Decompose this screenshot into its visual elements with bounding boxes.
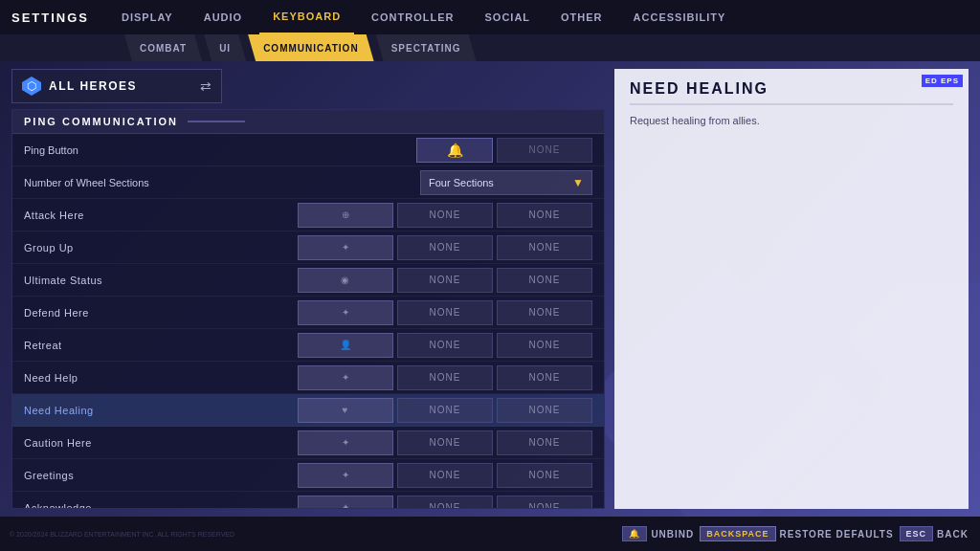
- caution-none-2: NONE: [529, 437, 561, 448]
- subtab-combat[interactable]: COMBAT: [124, 34, 202, 61]
- acknowledge-none-2: NONE: [529, 502, 561, 509]
- hero-name: ALL HEROES: [49, 79, 192, 93]
- ping-button-label: Ping Button: [24, 144, 412, 156]
- caution-here-tertiary[interactable]: NONE: [497, 430, 592, 455]
- attack-none-2: NONE: [529, 209, 561, 220]
- row-wheel-sections[interactable]: Number of Wheel Sections Four Sections ▼: [12, 166, 604, 199]
- ping-secondary-binding[interactable]: NONE: [497, 138, 592, 163]
- greetings-tertiary[interactable]: NONE: [497, 463, 592, 488]
- subtab-communication[interactable]: COMMUNICATION: [248, 34, 373, 61]
- retreat-tertiary[interactable]: NONE: [497, 333, 592, 358]
- need-help-tertiary[interactable]: NONE: [497, 365, 592, 390]
- ultimate-status-primary[interactable]: ◉: [298, 268, 393, 293]
- healing-none-1: NONE: [430, 405, 461, 415]
- wheel-sections-dropdown[interactable]: Four Sections ▼: [420, 170, 592, 195]
- wheel-sections-label: Number of Wheel Sections: [24, 177, 420, 188]
- greetings-none-1: NONE: [430, 470, 461, 480]
- row-defend-here[interactable]: Defend Here ✦ NONE NONE: [12, 297, 604, 329]
- tab-keyboard[interactable]: KEYBOARD: [259, 0, 354, 34]
- row-acknowledge[interactable]: Acknowledge ✦ NONE NONE: [12, 492, 604, 509]
- acknowledge-label: Acknowledge: [24, 502, 294, 510]
- defend-here-label: Defend Here: [24, 307, 294, 319]
- left-panel: ⬡ ALL HEROES ⇄ PING COMMUNICATION Ping B…: [11, 69, 605, 509]
- tab-display[interactable]: DISPLAY: [108, 0, 187, 34]
- healing-icon: ♥: [343, 405, 349, 415]
- unbind-action[interactable]: 🔔 UNBIND: [622, 526, 694, 541]
- subtab-ui[interactable]: UI: [204, 34, 246, 61]
- row-attack-here[interactable]: Attack Here ⊕ NONE NONE: [12, 199, 604, 231]
- row-group-up[interactable]: Group Up ✦ NONE NONE: [12, 231, 604, 264]
- caution-none-1: NONE: [430, 437, 461, 448]
- restore-key-badge: BACKSPACE: [700, 526, 775, 541]
- defend-none-2: NONE: [529, 307, 561, 318]
- hero-selector[interactable]: ⬡ ALL HEROES ⇄: [11, 69, 222, 103]
- need-healing-label: Need Healing: [24, 405, 294, 416]
- bell-icon: 🔔: [447, 143, 463, 158]
- crosshair-icon: ⊕: [342, 209, 350, 220]
- acknowledge-tertiary[interactable]: NONE: [497, 496, 592, 510]
- retreat-secondary[interactable]: NONE: [397, 333, 493, 358]
- attack-here-secondary[interactable]: NONE: [397, 203, 493, 228]
- bottom-bar: © 2020/2024 BLIZZARD ENTERTAINMENT INC. …: [0, 517, 980, 551]
- back-action[interactable]: ESC BACK: [900, 526, 969, 541]
- row-need-healing[interactable]: Need Healing ♥ NONE NONE: [12, 394, 604, 427]
- attack-here-tertiary[interactable]: NONE: [497, 203, 592, 228]
- swap-icon[interactable]: ⇄: [200, 78, 212, 94]
- attack-here-primary[interactable]: ⊕: [298, 203, 393, 228]
- acknowledge-none-1: NONE: [430, 502, 461, 509]
- section-header-label: PING COMMUNICATION: [24, 116, 178, 127]
- row-caution-here[interactable]: Caution Here ✦ NONE NONE: [12, 427, 604, 459]
- ping-none-label: NONE: [529, 144, 561, 155]
- tab-social[interactable]: SOCIAL: [471, 0, 544, 34]
- main-content: ⬡ ALL HEROES ⇄ PING COMMUNICATION Ping B…: [0, 61, 980, 517]
- speaker-icon: ◉: [341, 275, 350, 285]
- need-help-label: Need Help: [24, 372, 294, 384]
- greetings-icon: ✦: [342, 470, 350, 480]
- ultimate-none-1: NONE: [430, 275, 461, 285]
- restore-defaults-action[interactable]: BACKSPACE RESTORE DEFAULTS: [700, 526, 893, 541]
- row-retreat[interactable]: Retreat 👤 NONE NONE: [12, 329, 604, 362]
- row-need-help[interactable]: Need Help ✦ NONE NONE: [12, 362, 604, 394]
- group-up-label: Group Up: [24, 242, 294, 253]
- attack-here-label: Attack Here: [24, 209, 294, 221]
- group-up-tertiary[interactable]: NONE: [497, 235, 592, 260]
- acknowledge-secondary[interactable]: NONE: [397, 496, 493, 510]
- greetings-primary[interactable]: ✦: [298, 463, 393, 488]
- need-healing-primary[interactable]: ♥: [298, 398, 393, 423]
- group-up-secondary[interactable]: NONE: [397, 235, 493, 260]
- defend-here-primary[interactable]: ✦: [298, 300, 393, 325]
- caution-here-secondary[interactable]: NONE: [397, 430, 493, 455]
- row-ping-button[interactable]: Ping Button 🔔 NONE: [12, 134, 604, 166]
- help-none-2: NONE: [529, 372, 561, 383]
- tab-accessibility[interactable]: ACCESSIBILITY: [620, 0, 740, 34]
- caution-here-primary[interactable]: ✦: [298, 430, 393, 455]
- ultimate-status-tertiary[interactable]: NONE: [497, 268, 592, 293]
- tab-other[interactable]: OTHER: [547, 0, 616, 34]
- settings-table: PING COMMUNICATION Ping Button 🔔 NONE Nu…: [11, 109, 605, 509]
- retreat-none-1: NONE: [430, 340, 461, 350]
- ultimate-status-secondary[interactable]: NONE: [397, 268, 493, 293]
- need-healing-secondary[interactable]: NONE: [397, 398, 493, 423]
- greetings-secondary[interactable]: NONE: [397, 463, 493, 488]
- retreat-primary[interactable]: 👤: [298, 333, 393, 358]
- row-greetings[interactable]: Greetings ✦ NONE NONE: [12, 459, 604, 492]
- tab-controller[interactable]: CONTROLLER: [358, 0, 467, 34]
- defend-none-1: NONE: [430, 307, 461, 318]
- help-none-1: NONE: [430, 372, 461, 383]
- sub-navigation: COMBAT UI COMMUNICATION SPECTATING: [0, 34, 980, 61]
- unbind-label: UNBIND: [651, 529, 694, 540]
- acknowledge-primary[interactable]: ✦: [298, 496, 393, 510]
- ping-key-binding[interactable]: 🔔: [416, 138, 493, 163]
- defend-here-tertiary[interactable]: NONE: [497, 300, 592, 325]
- app-title: SETTINGS: [11, 11, 89, 25]
- unbind-key-badge: 🔔: [622, 526, 647, 541]
- defend-here-secondary[interactable]: NONE: [397, 300, 493, 325]
- subtab-spectating[interactable]: SPECTATING: [376, 34, 477, 61]
- need-healing-tertiary[interactable]: NONE: [497, 398, 592, 423]
- row-ultimate-status[interactable]: Ultimate Status ◉ NONE NONE: [12, 264, 604, 297]
- tab-audio[interactable]: AUDIO: [190, 0, 256, 34]
- need-help-primary[interactable]: ✦: [298, 365, 393, 390]
- acknowledge-icon: ✦: [342, 502, 350, 509]
- group-up-primary[interactable]: ✦: [298, 235, 393, 260]
- need-help-secondary[interactable]: NONE: [397, 365, 493, 390]
